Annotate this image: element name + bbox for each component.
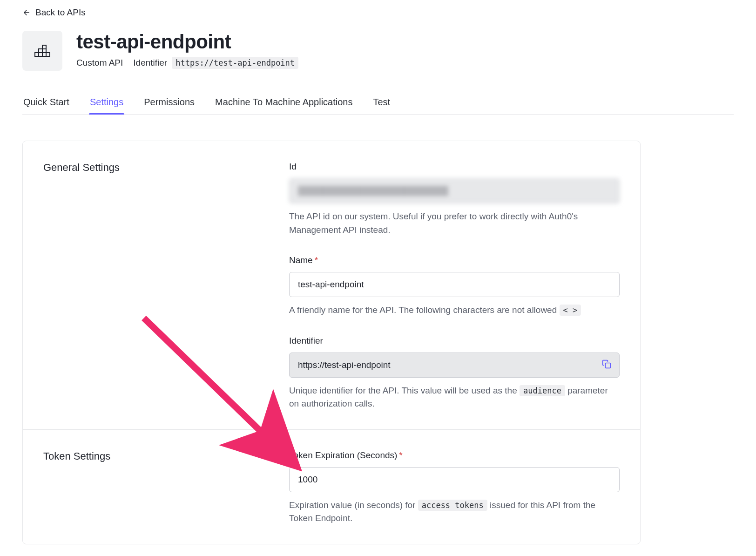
field-group-id: Id The API id on our system. Useful if y…	[289, 162, 620, 237]
tab-test[interactable]: Test	[372, 91, 391, 114]
token-expiration-help: Expiration value (in seconds) for access…	[289, 499, 620, 525]
back-link-label: Back to APIs	[35, 7, 86, 18]
tabs: Quick Start Settings Permissions Machine…	[22, 91, 734, 115]
api-icon	[22, 31, 62, 71]
section-token-title: Token Settings	[43, 450, 289, 525]
name-label: Name*	[289, 255, 620, 265]
back-to-apis-link[interactable]: Back to APIs	[22, 7, 86, 18]
identifier-value-badge: https://test-api-endpoint	[172, 57, 298, 69]
field-group-token-expiration: Token Expiration (Seconds)* Expiration v…	[289, 450, 620, 525]
token-expiration-label: Token Expiration (Seconds)*	[289, 450, 620, 461]
svg-rect-7	[46, 53, 50, 56]
svg-rect-3	[39, 53, 42, 56]
copy-identifier-button[interactable]	[600, 359, 613, 372]
svg-rect-6	[42, 53, 46, 56]
copy-icon	[602, 359, 611, 371]
id-help: The API id on our system. Useful if you …	[289, 210, 620, 237]
page-title: test-api-endpoint	[76, 31, 298, 53]
identifier-field-label: Identifier	[289, 336, 620, 346]
name-help: A friendly name for the API. The followi…	[289, 304, 620, 317]
svg-rect-1	[35, 53, 39, 56]
name-input[interactable]	[289, 272, 620, 297]
tab-settings[interactable]: Settings	[89, 91, 124, 114]
identifier-help: Unique identifier for the API. This valu…	[289, 384, 620, 411]
tab-m2m[interactable]: Machine To Machine Applications	[214, 91, 353, 114]
page-header: test-api-endpoint Custom API Identifier …	[22, 31, 734, 71]
section-token: Token Settings Token Expiration (Seconds…	[23, 429, 640, 544]
section-general: General Settings Id The API id on our sy…	[23, 141, 640, 429]
settings-panel: General Settings Id The API id on our sy…	[22, 141, 641, 544]
tab-quick-start[interactable]: Quick Start	[22, 91, 70, 114]
id-label: Id	[289, 162, 620, 172]
svg-rect-8	[606, 363, 611, 368]
id-input	[289, 178, 620, 203]
identifier-label: Identifier	[133, 58, 167, 68]
field-group-name: Name* A friendly name for the API. The f…	[289, 255, 620, 317]
svg-rect-2	[39, 49, 42, 53]
svg-rect-4	[42, 45, 46, 49]
token-expiration-input[interactable]	[289, 467, 620, 492]
tab-permissions[interactable]: Permissions	[143, 91, 196, 114]
section-general-title: General Settings	[43, 162, 289, 411]
arrow-left-icon	[22, 8, 31, 17]
field-group-identifier: Identifier Unique identifier for the API…	[289, 336, 620, 411]
svg-rect-5	[42, 49, 46, 53]
identifier-input	[289, 353, 620, 378]
api-type-label: Custom API	[76, 58, 123, 68]
